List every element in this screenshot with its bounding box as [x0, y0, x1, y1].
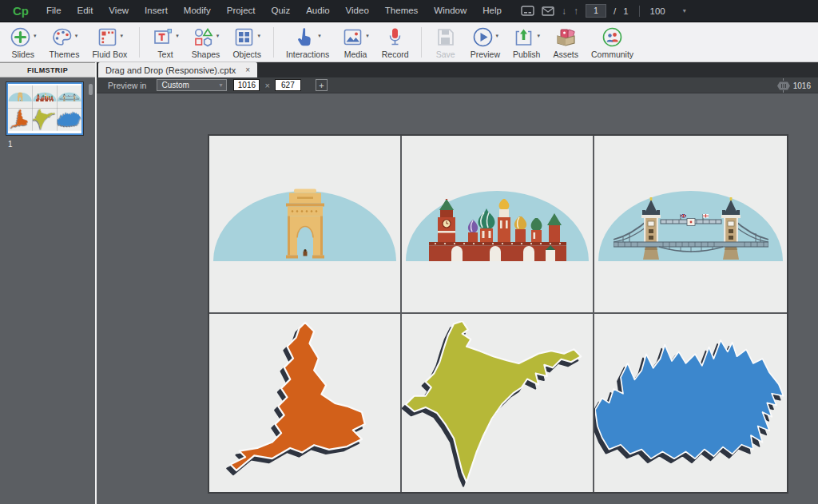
menu-quiz[interactable]: Quiz	[264, 0, 299, 22]
dimension-times: ×	[264, 81, 269, 90]
publish-box-icon	[513, 26, 534, 51]
toolbar-publish[interactable]: ▾ Publish	[506, 25, 546, 59]
fluid-box-icon	[97, 26, 118, 51]
india-map	[405, 321, 590, 485]
england-map	[217, 319, 393, 487]
captivate-window: Cp File Edit View Insert Modify Project …	[0, 0, 818, 504]
toolbar-slides[interactable]: ▾ Slides	[3, 25, 43, 59]
menu-modify[interactable]: Modify	[176, 0, 219, 22]
tower-bridge-illustration	[614, 197, 768, 261]
toolbar-separator	[139, 27, 140, 58]
objects-grid-icon	[233, 26, 255, 51]
toolbar-objects[interactable]: ▾ Objects	[226, 25, 268, 59]
slide-total: 1	[623, 6, 628, 16]
stage-cell-russia-map[interactable]	[594, 314, 787, 492]
chevron-down-icon[interactable]: ▾	[683, 7, 686, 14]
chevron-down-icon[interactable]: ▾	[34, 33, 37, 39]
chevron-down-icon[interactable]: ▾	[121, 33, 124, 39]
toolbar-label: Objects	[232, 50, 261, 59]
preview-bar: Preview in Custom ▾ × + 1016	[97, 77, 818, 93]
toolbar-assets[interactable]: Assets	[546, 25, 585, 59]
india-gate-illustration	[268, 187, 342, 261]
next-slide-arrow-icon[interactable]: ↑	[574, 6, 578, 16]
stage-cell-tower-bridge[interactable]	[594, 136, 787, 314]
menu-video[interactable]: Video	[338, 0, 377, 22]
filmstrip-scrollbar[interactable]	[89, 84, 93, 95]
chevron-down-icon[interactable]: ▾	[537, 33, 540, 39]
menu-edit[interactable]: Edit	[69, 0, 101, 22]
stage-cell-st-basils[interactable]	[402, 136, 594, 314]
toolbar-interactions[interactable]: ▾ Interactions	[280, 25, 336, 59]
toolbar-text[interactable]: ▾ Text	[145, 25, 185, 59]
toolbar-fluid-box[interactable]: ▾ Fluid Box	[85, 25, 133, 59]
close-icon[interactable]: ×	[245, 66, 250, 74]
chevron-down-icon[interactable]: ▾	[75, 33, 78, 39]
menu-insert[interactable]: Insert	[137, 0, 176, 22]
zoom-control[interactable]: 100 ▾	[650, 6, 686, 16]
toolbar-label: Text	[157, 50, 173, 59]
menu-view[interactable]: View	[101, 0, 137, 22]
chevron-down-icon[interactable]: ▾	[257, 33, 260, 39]
slide-number-input[interactable]	[586, 4, 606, 18]
device-select[interactable]: Custom ▾	[157, 79, 227, 91]
menu-file[interactable]: File	[38, 0, 69, 22]
media-image-icon	[342, 26, 363, 51]
toolbar-label: Record	[382, 50, 409, 59]
chevron-down-icon[interactable]: ▾	[366, 33, 369, 39]
slide-stage	[209, 136, 787, 492]
breakpoint-value: 1016	[793, 81, 811, 90]
toolbar-shapes[interactable]: ▾ Shapes	[185, 25, 227, 59]
chevron-down-icon[interactable]: ▾	[318, 33, 321, 39]
toolbar-record[interactable]: Record	[375, 25, 415, 59]
document-tab-bar: Drag and Drop (Responsive).cptx ×	[97, 62, 818, 77]
workspace	[97, 93, 818, 504]
toolbar-separator	[273, 27, 274, 58]
menu-themes[interactable]: Themes	[377, 0, 427, 22]
filmstrip-slide-number: 1	[8, 140, 13, 149]
toolbar-label: Community	[591, 50, 633, 59]
assets-box-icon	[554, 26, 578, 51]
mail-icon[interactable]	[542, 6, 554, 16]
preview-in-label: Preview in	[108, 81, 146, 90]
toolbar-themes[interactable]: ▾ Themes	[43, 25, 86, 59]
toolbar-community[interactable]: Community	[585, 25, 640, 59]
filmstrip-header[interactable]: FILMSTRIP	[0, 62, 95, 77]
chevron-down-icon[interactable]: ▾	[176, 33, 179, 39]
stage-width-input[interactable]	[233, 79, 260, 91]
toolbar-label: Interactions	[286, 50, 329, 59]
drop-target-grid	[209, 136, 787, 492]
chevron-down-icon[interactable]: ▾	[496, 33, 499, 39]
shapes-icon	[193, 26, 214, 51]
stage-cell-india-map[interactable]	[402, 314, 594, 492]
community-people-icon	[602, 26, 623, 51]
menu-project[interactable]: Project	[219, 0, 264, 22]
filmstrip-thumbnail	[8, 85, 81, 133]
previous-slide-arrow-icon[interactable]: ↓	[562, 6, 566, 16]
filmstrip-slide-1[interactable]	[6, 82, 83, 135]
toolbar-label: Fluid Box	[92, 50, 127, 59]
menu-help[interactable]: Help	[475, 0, 510, 22]
breakpoint-slider-handle[interactable]	[777, 81, 790, 90]
toolbar-label: Shapes	[192, 50, 220, 59]
menu-audio[interactable]: Audio	[298, 0, 337, 22]
menu-window[interactable]: Window	[426, 0, 475, 22]
toolbar-preview[interactable]: ▾ Preview	[464, 25, 506, 59]
stage-cell-india-gate[interactable]	[209, 136, 402, 314]
toolbar-label: Publish	[513, 50, 540, 59]
hand-pointer-icon	[294, 26, 316, 51]
toolbar-media[interactable]: ▾ Media	[336, 25, 375, 59]
stage-height-input[interactable]	[275, 79, 301, 91]
document-tab[interactable]: Drag and Drop (Responsive).cptx ×	[98, 62, 257, 77]
text-icon	[152, 26, 173, 51]
toolbar-label: Assets	[553, 50, 578, 59]
captions-screen-icon[interactable]	[521, 6, 534, 16]
st-basils-cathedral-illustration	[429, 199, 566, 261]
breakpoint-slider[interactable]: 1016	[777, 77, 811, 93]
add-breakpoint-button[interactable]: +	[316, 79, 328, 91]
menubar: Cp File Edit View Insert Modify Project …	[0, 0, 818, 22]
menubar-divider	[639, 6, 640, 17]
toolbar-label: Media	[344, 50, 367, 59]
stage-cell-england-map[interactable]	[209, 314, 402, 492]
chevron-down-icon[interactable]: ▾	[216, 33, 220, 39]
floppy-disk-icon	[435, 26, 456, 51]
